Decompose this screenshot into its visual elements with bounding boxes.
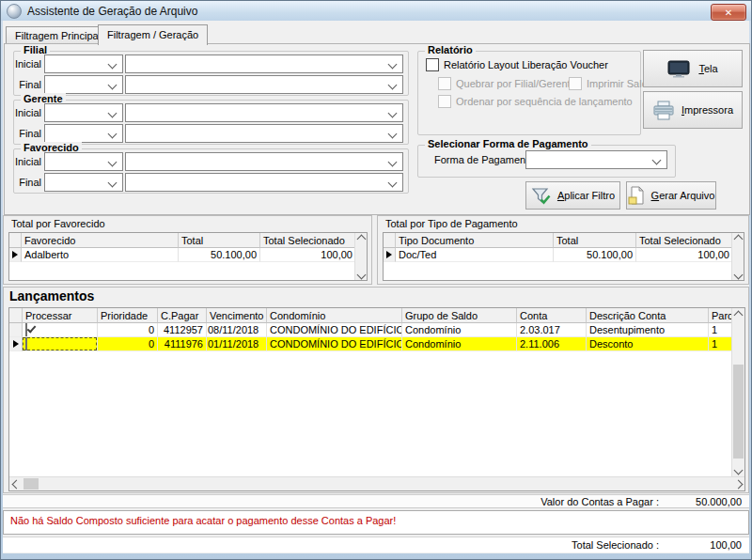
group-forma-title: Selecionar Forma de Pagamento bbox=[425, 138, 591, 149]
col-processar[interactable]: Processar bbox=[23, 308, 98, 323]
vertical-scrollbar[interactable] bbox=[731, 308, 744, 476]
col-favorecido[interactable]: Favorecido bbox=[22, 233, 179, 248]
scroll-up-button[interactable] bbox=[732, 233, 744, 244]
table-row-selected[interactable]: 0 4111976 01/11/2018 CONDOMÍNIO DO EDIFÍ… bbox=[9, 337, 731, 351]
col-total-selecionado[interactable]: Total Selecionado bbox=[260, 233, 354, 248]
scroll-down-button[interactable] bbox=[355, 269, 367, 280]
cell-vencimento: 01/11/2018 bbox=[207, 337, 267, 351]
checkbox-label: Ordenar por sequência de lançamento bbox=[456, 96, 633, 107]
cell-grupo-saldo: Condomínio bbox=[402, 337, 517, 351]
gerente-inicial-name-combo[interactable] bbox=[125, 103, 403, 122]
valor-contas-row: Valor do Contas a Pagar : 50.000,00 bbox=[3, 494, 749, 508]
checkbox-label: Quebrar por Filial/Gerente bbox=[456, 78, 576, 89]
tab-filtragem-principal[interactable]: Filtragem Principal bbox=[6, 26, 110, 44]
group-gerente: Gerente Inicial Final bbox=[13, 100, 409, 145]
checkbox-box bbox=[438, 77, 451, 90]
filial-inicial-name-combo[interactable] bbox=[125, 54, 403, 73]
close-button[interactable]: ✕ bbox=[711, 4, 746, 21]
checkbox-checked[interactable] bbox=[25, 323, 27, 336]
favorecido-final-code-combo[interactable] bbox=[44, 173, 123, 192]
row-indicator bbox=[9, 337, 23, 351]
favorecido-final-name-combo[interactable] bbox=[125, 173, 403, 192]
checkbox-unchecked[interactable] bbox=[25, 337, 27, 350]
cell-descricao: Desconto bbox=[587, 337, 709, 351]
col-cpagar[interactable]: C.Pagar bbox=[158, 308, 207, 323]
scroll-down-button[interactable] bbox=[732, 269, 744, 280]
cell-parc: 1 bbox=[709, 323, 731, 337]
impressora-button[interactable]: Impressora bbox=[643, 91, 743, 129]
chevron-down-icon bbox=[388, 179, 398, 188]
favorecido-inicial-name-combo[interactable] bbox=[125, 152, 403, 171]
file-icon bbox=[628, 186, 645, 205]
cell-processar[interactable] bbox=[23, 337, 98, 351]
row-indicator bbox=[384, 248, 396, 262]
gerente-final-name-combo[interactable] bbox=[125, 124, 403, 143]
tela-button[interactable]: Tela bbox=[643, 50, 743, 87]
vertical-scrollbar[interactable] bbox=[731, 233, 744, 280]
horizontal-scrollbar[interactable] bbox=[9, 476, 744, 490]
grid-header-row: Processar Prioridade C.Pagar Vencimento … bbox=[9, 308, 731, 323]
gerar-arquivo-button[interactable]: Gerar Arquivo bbox=[626, 181, 716, 210]
table-row[interactable]: Doc/Ted 50.100,00 100,00 bbox=[384, 248, 731, 262]
forma-pagamento-combo[interactable] bbox=[525, 150, 667, 169]
app-icon bbox=[7, 4, 22, 19]
cell-conta: 2.03.017 bbox=[517, 323, 587, 337]
chevron-down-icon bbox=[733, 270, 743, 279]
scrollbar-thumb[interactable] bbox=[733, 365, 744, 459]
col-total[interactable]: Total bbox=[554, 233, 636, 248]
chevron-down-icon bbox=[108, 158, 118, 167]
filial-final-code-combo[interactable] bbox=[44, 75, 123, 94]
filial-final-name-combo[interactable] bbox=[125, 75, 403, 94]
cell-total-selecionado: 100,00 bbox=[260, 248, 354, 262]
scroll-left-button[interactable] bbox=[9, 477, 23, 490]
scroll-up-button[interactable] bbox=[355, 233, 367, 244]
scrollbar-thumb[interactable] bbox=[24, 478, 39, 490]
filter-icon bbox=[531, 187, 551, 205]
col-total-selecionado[interactable]: Total Selecionado bbox=[636, 233, 731, 248]
gerente-inicial-code-combo[interactable] bbox=[44, 103, 123, 122]
indicator-header bbox=[9, 233, 22, 248]
row-indicator-icon bbox=[386, 251, 392, 258]
favorecido-inicial-label: Inicial bbox=[8, 152, 41, 171]
table-row[interactable]: Adalberto 50.100,00 100,00 bbox=[9, 248, 354, 262]
vertical-scrollbar[interactable] bbox=[354, 233, 367, 280]
total-favorecido-panel: Total por Favorecido Favorecido Total To… bbox=[3, 215, 372, 285]
col-total[interactable]: Total bbox=[179, 233, 260, 248]
cell-conta: 2.11.006 bbox=[517, 337, 587, 351]
col-conta[interactable]: Conta bbox=[517, 308, 587, 323]
scroll-right-button[interactable] bbox=[731, 477, 744, 490]
filial-inicial-code-combo[interactable] bbox=[44, 54, 123, 73]
chevron-left-icon bbox=[11, 479, 21, 489]
total-selecionado-value: 100,00 bbox=[659, 539, 742, 551]
favorecido-inicial-code-combo[interactable] bbox=[44, 152, 123, 171]
chevron-down-icon bbox=[388, 109, 398, 118]
scroll-up-button[interactable] bbox=[732, 308, 744, 321]
warning-text: Não há Saldo Composto suficiente para ac… bbox=[10, 515, 396, 526]
table-row[interactable]: 0 4112957 08/11/2018 CONDOMÍNIO DO EDIFÍ… bbox=[9, 323, 731, 337]
col-prioridade[interactable]: Prioridade bbox=[98, 308, 158, 323]
col-vencimento[interactable]: Vencimento bbox=[207, 308, 267, 323]
checkbox-relatorio-voucher[interactable]: Relatório Layout Liberação Voucher bbox=[426, 58, 608, 71]
cell-processar[interactable] bbox=[23, 323, 98, 337]
col-condominio[interactable]: Condomínio bbox=[267, 308, 402, 323]
title-bar: Assistente de Geração de Arquivo bbox=[1, 1, 751, 21]
cell-condominio: CONDOMÍNIO DO EDIFÍCIO bbox=[267, 337, 402, 351]
scroll-down-button[interactable] bbox=[732, 463, 744, 476]
cell-total-selecionado: 100,00 bbox=[636, 248, 731, 262]
group-favorecido: Favorecido Inicial Final bbox=[13, 148, 409, 194]
chevron-right-icon bbox=[733, 479, 743, 489]
close-icon: ✕ bbox=[725, 8, 732, 18]
cell-descricao: Desentupimento bbox=[587, 323, 709, 337]
col-tipo-documento[interactable]: Tipo Documento bbox=[396, 233, 554, 248]
tab-filtragem-geracao[interactable]: Filtragem / Geração bbox=[98, 24, 208, 45]
group-relatorio-title: Relatório bbox=[425, 44, 476, 55]
chevron-down-icon bbox=[652, 156, 662, 165]
chevron-down-icon bbox=[108, 130, 118, 139]
chevron-down-icon bbox=[108, 60, 118, 70]
col-grupo-saldo[interactable]: Grupo de Saldo bbox=[402, 308, 517, 323]
col-parc[interactable]: Parc bbox=[709, 308, 731, 323]
aplicar-filtro-button[interactable]: Aplicar Filtro bbox=[525, 181, 620, 210]
col-descricao-conta[interactable]: Descrição Conta bbox=[587, 308, 709, 323]
gerente-inicial-label: Inicial bbox=[8, 103, 41, 122]
gerente-final-code-combo[interactable] bbox=[44, 124, 123, 143]
